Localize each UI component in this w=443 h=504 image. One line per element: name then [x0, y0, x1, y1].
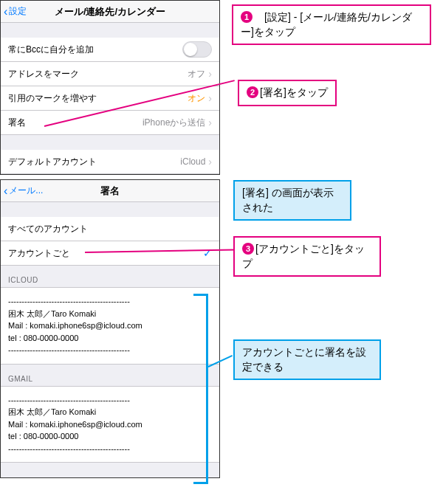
- row-value: オフ: [188, 68, 205, 80]
- signature-screen: ‹ メール... 署名 すべてのアカウント アカウントごと ✓ ICLOUD -…: [0, 179, 220, 478]
- annotation-info-2: アカウントごとに署名を設定できる: [233, 339, 381, 380]
- step-number-icon: 1: [241, 11, 253, 23]
- annotation-text: アカウントごとに署名を設定できる: [242, 346, 366, 373]
- switch-off-icon[interactable]: [182, 41, 212, 58]
- row-quote[interactable]: 引用のマークを増やす オン›: [1, 86, 219, 111]
- row-default-account[interactable]: デフォルトアカウント iCloud›: [1, 150, 219, 174]
- row-label: デフォルトアカウント: [8, 156, 97, 168]
- row-signature[interactable]: 署名 iPhoneから送信›: [1, 111, 219, 135]
- row-all-accounts[interactable]: すべてのアカウント: [1, 217, 219, 241]
- step-number-icon: 3: [242, 243, 254, 255]
- chevron-right-icon: ›: [208, 156, 212, 168]
- annotation-text: [署名]をタップ: [260, 86, 328, 98]
- chevron-right-icon: ›: [208, 68, 212, 80]
- chevron-left-icon: ‹: [4, 185, 7, 197]
- back-label: 設定: [9, 5, 27, 18]
- section-header-icloud: ICLOUD: [1, 266, 219, 287]
- bracket-icon: [193, 294, 208, 484]
- back-button[interactable]: ‹ 設定: [4, 5, 27, 18]
- back-button[interactable]: ‹ メール...: [4, 184, 43, 197]
- row-mark-address[interactable]: アドレスをマーク オフ›: [1, 62, 219, 86]
- nav-bar: ‹ メール... 署名: [1, 180, 219, 202]
- annotation-step-2: 2[署名]をタップ: [238, 80, 337, 106]
- row-bcc[interactable]: 常にBccに自分を追加: [1, 38, 219, 62]
- row-value: iPhoneから送信: [142, 117, 205, 129]
- annotation-text: [設定] - [メール/連絡先/カレンダー]をタップ: [241, 11, 412, 38]
- settings-screen-1: ‹ 設定 メール/連絡先/カレンダー 常にBccに自分を追加 アドレスをマーク …: [0, 0, 220, 175]
- page-title: メール/連絡先/カレンダー: [5, 5, 215, 18]
- nav-bar: ‹ 設定 メール/連絡先/カレンダー: [1, 1, 219, 23]
- chevron-right-icon: ›: [208, 117, 212, 128]
- signature-textbox-icloud[interactable]: ----------------------------------------…: [1, 287, 219, 365]
- row-label: 引用のマークを増やす: [8, 92, 97, 105]
- row-label: アドレスをマーク: [8, 68, 79, 80]
- row-label: 署名: [8, 117, 26, 129]
- signature-textbox-gmail[interactable]: ----------------------------------------…: [1, 386, 219, 463]
- row-per-account[interactable]: アカウントごと ✓: [1, 241, 219, 266]
- step-number-icon: 2: [247, 86, 258, 98]
- row-label: 常にBccに自分を追加: [8, 44, 94, 56]
- row-label: すべてのアカウント: [8, 223, 88, 235]
- chevron-right-icon: ›: [208, 92, 212, 104]
- section-header-gmail: GMAIL: [1, 365, 219, 386]
- annotation-step-1: 1 [設定] - [メール/連絡先/カレンダー]をタップ: [232, 4, 431, 45]
- row-value: オン: [188, 92, 205, 105]
- row-value: iCloud: [180, 156, 205, 167]
- back-label: メール...: [9, 184, 43, 197]
- annotation-info-1: [署名] の画面が表示された: [233, 180, 351, 221]
- annotation-text: [アカウントごと]をタップ: [242, 243, 365, 269]
- annotation-step-3: 3[アカウントごと]をタップ: [233, 236, 381, 277]
- annotation-text: [署名] の画面が表示された: [242, 187, 334, 213]
- row-label: アカウントごと: [8, 247, 70, 260]
- chevron-left-icon: ‹: [4, 6, 7, 18]
